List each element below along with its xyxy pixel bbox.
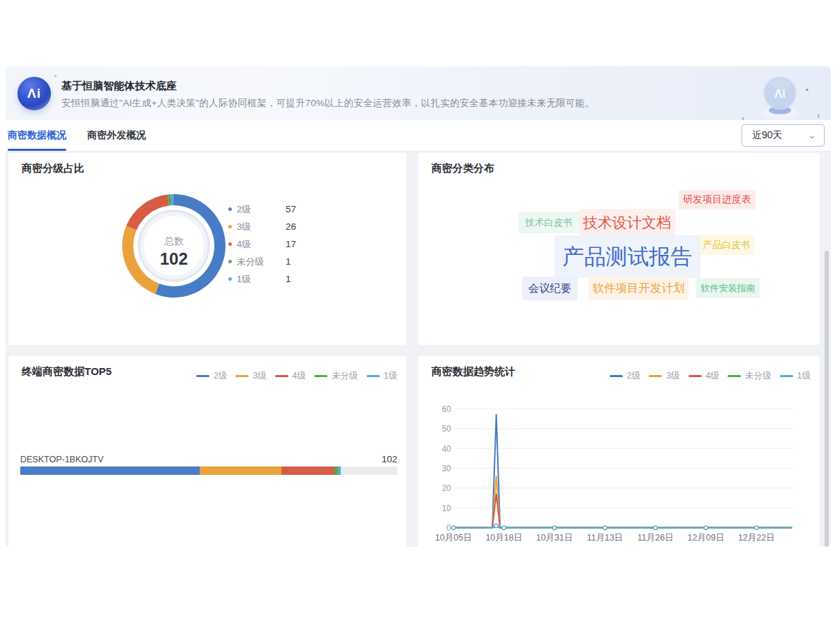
legend-item[interactable]: 1级 xyxy=(367,370,397,382)
word-cloud-item[interactable]: 产品白皮书 xyxy=(699,235,754,255)
svg-text:12月09日: 12月09日 xyxy=(688,533,725,543)
word-cloud-item[interactable]: 软件安装指南 xyxy=(696,278,760,298)
pie-legend-item[interactable]: 未分级1 xyxy=(228,253,296,270)
date-range-select[interactable]: 近90天 ⌄ xyxy=(742,124,825,147)
word-cloud-item[interactable]: 技术设计文档 xyxy=(579,209,675,236)
pie-legend-item[interactable]: 3级26 xyxy=(228,218,296,235)
svg-text:10月18日: 10月18日 xyxy=(485,533,522,543)
panel-title: 商密分类分布 xyxy=(432,162,494,175)
dashboard-window: Λi ✦ 基于恒脑智能体技术底座 安恒恒脑通过"AI生成+人类决策"的人际协同框… xyxy=(6,66,831,547)
pie-chart[interactable] xyxy=(8,153,406,345)
legend-dash-icon xyxy=(314,375,327,377)
banner-subtitle: 安恒恒脑通过"AI生成+人类决策"的人际协同框架，可提升70%以上的安全运营效率… xyxy=(61,97,594,110)
legend-dash-icon xyxy=(235,375,249,377)
robot-mascot-icon: Λi xyxy=(738,70,822,122)
svg-text:Λi: Λi xyxy=(774,87,786,101)
chevron-down-icon: ⌄ xyxy=(807,131,817,140)
legend-value: 1 xyxy=(286,256,291,267)
sparkle-icon: ✦ xyxy=(53,73,58,80)
svg-text:10月05日: 10月05日 xyxy=(435,533,472,543)
bar-chart-legend: 2级3级4级未分级1级 xyxy=(196,370,397,382)
svg-text:11月13日: 11月13日 xyxy=(587,533,623,543)
svg-text:40: 40 xyxy=(442,444,452,454)
word-cloud-item[interactable]: 研发项目进度表 xyxy=(679,190,756,210)
panel-title: 终端商密数据TOP5 xyxy=(22,365,112,379)
word-cloud-item[interactable]: 软件项目开发计划 xyxy=(589,276,688,300)
legend-dash-icon xyxy=(367,375,380,377)
legend-label: 3级 xyxy=(237,221,286,233)
legend-ring-icon xyxy=(228,277,232,281)
svg-text:10: 10 xyxy=(442,504,452,513)
banner-title: 基于恒脑智能体技术底座 xyxy=(61,80,177,93)
pie-legend-item[interactable]: 4级17 xyxy=(228,235,296,253)
svg-text:10月31日: 10月31日 xyxy=(536,533,573,543)
word-cloud-item[interactable]: 产品测试报告 xyxy=(554,235,700,278)
legend-item[interactable]: 未分级 xyxy=(314,370,358,382)
ai-logo-icon: Λi xyxy=(17,77,51,110)
legend-ring-icon xyxy=(228,207,232,211)
panel-terminal-top5: 终端商密数据TOP5 2级3级4级未分级1级 DESKTOP-1BKOJTV 1… xyxy=(8,356,406,547)
banner: Λi ✦ 基于恒脑智能体技术底座 安恒恒脑通过"AI生成+人类决策"的人际协同框… xyxy=(6,66,831,120)
word-cloud-item[interactable]: 会议纪要 xyxy=(522,277,577,300)
pie-legend-item[interactable]: 2级57 xyxy=(228,200,296,218)
svg-text:60: 60 xyxy=(442,404,452,414)
legend-label: 2级 xyxy=(214,370,227,382)
panel-trend-chart: 商密数据趋势统计 2级3级4级未分级1级 010203040506010月05日… xyxy=(418,356,820,547)
tab-1[interactable]: 商密外发概况 xyxy=(87,120,146,151)
legend-ring-icon xyxy=(228,242,232,246)
panel-category-wordcloud: 商密分类分布 研发项目进度表技术白皮书技术设计文档产品白皮书产品测试报告会议纪要… xyxy=(418,153,820,345)
svg-text:50: 50 xyxy=(442,424,452,434)
trend-line-chart[interactable]: 010203040506010月05日10月18日10月31日11月13日11月… xyxy=(418,356,820,547)
legend-label: 3级 xyxy=(253,370,266,382)
legend-dash-icon xyxy=(196,375,209,377)
tab-bar: 商密数据概况商密外发概况 xyxy=(6,120,831,152)
legend-item[interactable]: 4级 xyxy=(275,370,306,382)
legend-value: 1 xyxy=(286,274,291,284)
bar-segment xyxy=(281,466,335,475)
legend-ring-icon xyxy=(228,260,232,263)
legend-label: 4级 xyxy=(293,370,306,382)
svg-text:30: 30 xyxy=(442,464,452,473)
legend-label: 4级 xyxy=(237,238,286,251)
legend-label: 未分级 xyxy=(332,370,358,382)
panel-classification-pie: 商密分级占比 总数 102 2级573级264级17未分级11级1 xyxy=(8,153,406,345)
dashboard-content: 商密分级占比 总数 102 2级573级264级17未分级11级1 商密分类分布… xyxy=(6,152,831,547)
ai-logo-text: Λi xyxy=(27,86,41,101)
bar-segment xyxy=(200,466,281,475)
word-cloud-item[interactable]: 技术白皮书 xyxy=(518,212,580,233)
bar-category-label: DESKTOP-1BKOJTV xyxy=(20,455,103,464)
legend-label: 2级 xyxy=(237,203,286,216)
legend-item[interactable]: 2级 xyxy=(196,370,227,382)
pie-legend-item[interactable]: 1级1 xyxy=(228,270,296,288)
legend-value: 17 xyxy=(286,239,296,249)
legend-dash-icon xyxy=(275,375,288,377)
bar-segment xyxy=(338,466,341,475)
legend-label: 1级 xyxy=(237,273,286,286)
date-range-value: 近90天 xyxy=(752,129,783,142)
tab-0[interactable]: 商密数据概况 xyxy=(8,120,66,151)
bar-total-value: 102 xyxy=(381,454,397,464)
svg-text:12月22日: 12月22日 xyxy=(738,533,775,543)
stacked-bar[interactable] xyxy=(20,466,397,475)
legend-value: 57 xyxy=(286,204,296,214)
legend-label: 1级 xyxy=(384,370,397,382)
svg-text:11月26日: 11月26日 xyxy=(638,533,674,543)
pie-legend: 2级573级264级17未分级11级1 xyxy=(228,200,296,288)
bar-segment xyxy=(20,466,200,475)
legend-label: 未分级 xyxy=(237,256,286,268)
legend-ring-icon xyxy=(228,225,232,228)
legend-value: 26 xyxy=(286,221,296,232)
vertical-scrollbar[interactable] xyxy=(825,251,829,547)
legend-item[interactable]: 3级 xyxy=(235,370,266,382)
svg-text:20: 20 xyxy=(442,483,452,493)
svg-text:0: 0 xyxy=(446,523,451,533)
